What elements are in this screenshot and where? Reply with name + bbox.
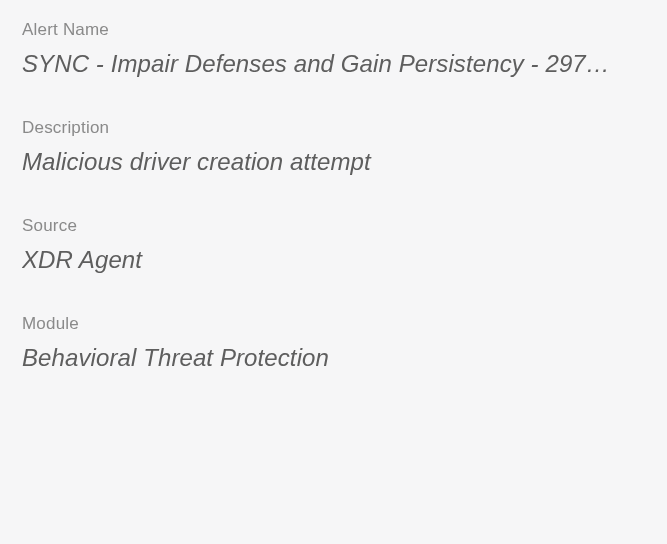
- description-label: Description: [22, 118, 645, 138]
- source-label: Source: [22, 216, 645, 236]
- module-label: Module: [22, 314, 645, 334]
- alert-name-label: Alert Name: [22, 20, 645, 40]
- description-value: Malicious driver creation attempt: [22, 148, 645, 176]
- module-value: Behavioral Threat Protection: [22, 344, 645, 372]
- module-field: Module Behavioral Threat Protection: [22, 314, 645, 372]
- description-field: Description Malicious driver creation at…: [22, 118, 645, 176]
- source-field: Source XDR Agent: [22, 216, 645, 274]
- alert-name-field: Alert Name SYNC - Impair Defenses and Ga…: [22, 20, 645, 78]
- alert-name-value: SYNC - Impair Defenses and Gain Persiste…: [22, 50, 645, 78]
- source-value: XDR Agent: [22, 246, 645, 274]
